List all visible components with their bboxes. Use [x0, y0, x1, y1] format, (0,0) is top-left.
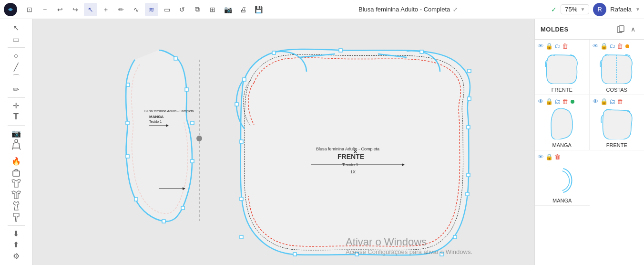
- save-button[interactable]: 💾: [252, 3, 265, 16]
- sidebar-divider-5: [8, 225, 25, 226]
- svg-rect-35: [240, 140, 243, 143]
- delete-icon-1[interactable]: 🗑: [562, 42, 568, 50]
- svg-rect-13: [191, 121, 194, 125]
- zoom-fit-button[interactable]: ⊡: [23, 3, 36, 16]
- eye-icon-3[interactable]: 👁: [538, 98, 544, 105]
- crosshair-button[interactable]: ✛: [7, 101, 26, 111]
- copy-icon-4[interactable]: 🗂: [609, 98, 615, 105]
- svg-rect-7: [126, 121, 129, 125]
- zigzag-button[interactable]: ≋: [145, 3, 158, 16]
- copy-icon-1[interactable]: 🗂: [554, 42, 561, 50]
- copy-icon-2[interactable]: 🗂: [609, 42, 615, 50]
- lock-icon-2[interactable]: 🔒: [600, 42, 608, 50]
- add-button[interactable]: +: [99, 3, 112, 16]
- svg-rect-28: [467, 173, 470, 177]
- svg-rect-26: [468, 69, 471, 73]
- curve-button[interactable]: ∿: [130, 3, 143, 16]
- sidebar-divider-3: [8, 125, 25, 126]
- panel-title: MOLDES: [541, 26, 569, 33]
- molde-frente-2: 👁 🔒 🗂 🗑 FRENTE: [590, 95, 644, 150]
- pen-button[interactable]: ✏: [114, 3, 128, 16]
- lock-icon-4[interactable]: 🔒: [600, 98, 608, 105]
- circle-tool-button[interactable]: ○: [7, 51, 26, 61]
- eye-icon-4[interactable]: 👁: [593, 98, 599, 105]
- molde-manga-label: MANGA: [538, 142, 586, 148]
- zoom-out-button[interactable]: −: [38, 3, 51, 16]
- copy-button[interactable]: ⧉: [191, 3, 204, 16]
- svg-rect-4: [13, 171, 20, 176]
- svg-rect-15: [174, 57, 177, 60]
- svg-text:1X: 1X: [350, 170, 356, 174]
- sidebar-divider-4: [8, 153, 25, 153]
- curve-tool-button[interactable]: ⌒: [7, 73, 26, 84]
- cursor-button[interactable]: ↖: [84, 3, 97, 16]
- top-toolbar: ⊡ − ↩ ↪ ↖ + ✏ ∿ ≋ ▭ ↺ ⧉ ⊞ 📷 🖨 💾 Blusa fe…: [0, 0, 644, 19]
- shirt1-button[interactable]: [7, 179, 26, 189]
- settings-button[interactable]: ⚙: [7, 251, 26, 262]
- svg-rect-27: [467, 126, 470, 129]
- delete-icon-5[interactable]: 🗑: [554, 153, 561, 160]
- camera-button[interactable]: 📷: [221, 3, 235, 16]
- svg-text:Blusa feminina Adulto - Comple: Blusa feminina Adulto - Completa: [144, 109, 194, 113]
- line-tool-button[interactable]: ╱: [7, 62, 26, 72]
- eye-icon-2[interactable]: 👁: [593, 42, 599, 50]
- download-button[interactable]: ⬇: [7, 228, 26, 239]
- bag-button[interactable]: [7, 167, 26, 178]
- eye-icon-5[interactable]: 👁: [538, 153, 544, 160]
- svg-text:Tecido 1: Tecido 1: [149, 120, 162, 123]
- zoom-control[interactable]: 75% ▼: [561, 4, 589, 14]
- sidebar-divider-2: [8, 97, 25, 98]
- layers-button[interactable]: ⊞: [206, 3, 219, 16]
- molde-manga-2: 👁 🔒 🗑 MANGA: [535, 150, 590, 206]
- copy-icon-3[interactable]: 🗂: [554, 98, 561, 105]
- lock-icon-5[interactable]: 🔒: [545, 153, 553, 160]
- text-tool-button[interactable]: T: [7, 112, 26, 122]
- svg-rect-34: [240, 197, 243, 201]
- camera-tool-button[interactable]: 📷: [7, 128, 26, 138]
- svg-rect-29: [466, 192, 469, 196]
- panel-header-icons: ∧: [615, 24, 638, 34]
- refresh-button[interactable]: ↺: [175, 3, 189, 16]
- molde-costas-thumbnail: [593, 52, 642, 85]
- fire-button[interactable]: 🔥: [7, 156, 26, 166]
- redo-button[interactable]: ↪: [69, 3, 82, 16]
- svg-rect-14: [185, 88, 188, 91]
- undo-button[interactable]: ↩: [53, 3, 67, 16]
- expand-icon: ⤢: [453, 6, 458, 13]
- delete-icon-4[interactable]: 🗑: [617, 98, 623, 105]
- canvas-area[interactable]: Blusa feminina Adulto - Completa MANGA T…: [32, 19, 534, 265]
- pants-button[interactable]: [7, 212, 26, 223]
- collapse-panel-button[interactable]: ∧: [628, 24, 638, 34]
- right-panel: MOLDES ∧ 👁 🔒 🗂: [534, 19, 644, 265]
- zoom-dropdown-icon: ▼: [580, 7, 585, 12]
- molde-costas-label: COSTAS: [593, 87, 642, 93]
- molde-frente-1: 👁 🔒 🗂 🗑 FRENTE: [535, 40, 590, 95]
- shirt2-button[interactable]: [7, 190, 26, 200]
- select-tool-button[interactable]: ↖: [7, 23, 26, 33]
- molde-frente-1-label: FRENTE: [538, 87, 586, 93]
- status-dot-3: [571, 100, 574, 104]
- add-molde-button[interactable]: [615, 24, 626, 34]
- dress-button[interactable]: [7, 201, 26, 212]
- front-pattern-piece: Blusa feminina Adulto - Completa FRENTE …: [221, 41, 492, 262]
- svg-rect-36: [235, 103, 238, 106]
- mannequin-button[interactable]: [7, 139, 26, 150]
- svg-rect-8: [126, 155, 129, 158]
- molde-frente-2-icons: 👁 🔒 🗂 🗑: [593, 98, 642, 105]
- molde-grid: 👁 🔒 🗂 🗑 FRENTE: [535, 40, 644, 150]
- square-select-button[interactable]: ▭: [7, 34, 26, 45]
- pencil-tool-button[interactable]: ✏: [7, 84, 26, 95]
- lock-icon-3[interactable]: 🔒: [545, 98, 553, 105]
- svg-rect-32: [293, 253, 296, 256]
- delete-icon-3[interactable]: 🗑: [562, 98, 568, 105]
- upload-button[interactable]: ⬆: [7, 240, 26, 250]
- lock-icon-1[interactable]: 🔒: [545, 42, 553, 50]
- molde-row-5: 👁 🔒 🗑 MANGA: [535, 150, 644, 206]
- delete-icon-2[interactable]: 🗑: [617, 42, 623, 50]
- eye-icon-1[interactable]: 👁: [538, 42, 544, 50]
- print-button[interactable]: 🖨: [236, 3, 250, 16]
- rectangle-button[interactable]: ▭: [160, 3, 174, 16]
- svg-point-1: [15, 139, 18, 142]
- panel-scroll[interactable]: 👁 🔒 🗂 🗑 FRENTE: [535, 40, 644, 265]
- sleeve-pattern-piece: Blusa feminina Adulto - Completa MANGA T…: [121, 45, 206, 229]
